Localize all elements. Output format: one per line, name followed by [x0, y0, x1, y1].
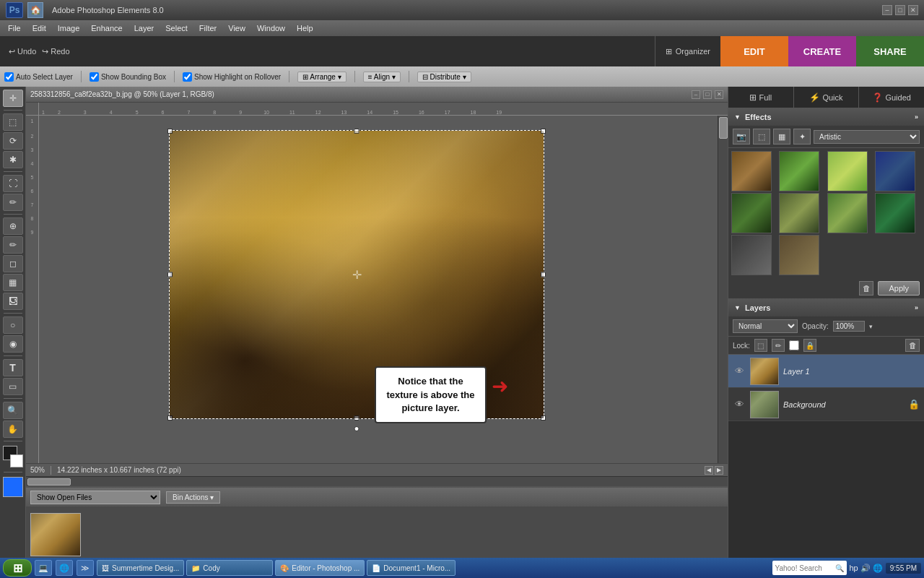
- auto-select-layer-checkbox[interactable]: Auto Select Layer: [4, 72, 73, 82]
- distribute-button[interactable]: ⊟ Distribute ▾: [417, 72, 471, 82]
- blend-mode-select[interactable]: Normal Multiply Screen: [733, 319, 798, 333]
- opacity-input[interactable]: [833, 321, 865, 332]
- share-tab[interactable]: SHARE: [856, 36, 924, 66]
- taskbar-icon-2[interactable]: 🌐: [56, 560, 73, 576]
- menu-file[interactable]: File: [3, 22, 26, 34]
- close-button[interactable]: ✕: [908, 5, 918, 15]
- effect-thumb-1[interactable]: [731, 151, 772, 191]
- menu-filter[interactable]: Filter: [194, 22, 222, 34]
- show-open-files-select[interactable]: Show Open Files: [30, 491, 160, 504]
- quick-tab[interactable]: ⚡ Quick: [794, 87, 860, 108]
- effects-delete-button[interactable]: 🗑: [859, 281, 873, 296]
- background-layer-item[interactable]: 👁 Background 🔒: [728, 388, 924, 421]
- effects-apply-button[interactable]: Apply: [878, 281, 920, 296]
- lock-transparency-btn[interactable]: ⬚: [754, 339, 767, 352]
- full-tab[interactable]: ⊞ Full: [728, 87, 794, 108]
- dodge-tool[interactable]: ○: [3, 316, 23, 334]
- opacity-arrow[interactable]: ▾: [869, 323, 873, 330]
- bin-item[interactable]: [30, 513, 81, 556]
- minimize-button[interactable]: –: [882, 5, 892, 15]
- search-input[interactable]: [775, 564, 833, 572]
- handle-bl[interactable]: [167, 415, 173, 420]
- effects-header[interactable]: ▼ Effects »: [728, 108, 924, 126]
- taskbar-app-photoshop[interactable]: 🎨 Editor - Photoshop ...: [275, 560, 365, 576]
- effect-thumb-10[interactable]: [779, 235, 819, 275]
- delete-layer-button[interactable]: 🗑: [905, 339, 920, 352]
- spot-heal-tool[interactable]: ⊕: [3, 217, 23, 235]
- hand-tool[interactable]: ✋: [3, 420, 23, 438]
- handle-tr[interactable]: [541, 129, 546, 134]
- menu-window[interactable]: Window: [252, 22, 290, 34]
- effect-thumb-9[interactable]: [731, 235, 772, 275]
- taskbar-icon-3[interactable]: ≫: [77, 560, 94, 576]
- background-visibility[interactable]: 👁: [733, 398, 746, 411]
- handle-tl[interactable]: [167, 129, 173, 134]
- edit-tab[interactable]: EDIT: [720, 36, 788, 66]
- effects-frame-icon[interactable]: ⬚: [753, 129, 770, 144]
- brush-tool[interactable]: ✏: [3, 236, 23, 254]
- start-button[interactable]: ⊞: [3, 559, 32, 577]
- effect-thumb-2[interactable]: [779, 151, 819, 191]
- handle-bc[interactable]: [354, 415, 359, 420]
- sponge-tool[interactable]: ◉: [3, 335, 23, 353]
- text-tool[interactable]: T: [3, 359, 23, 376]
- menu-select[interactable]: Select: [160, 22, 193, 34]
- effects-photo-icon[interactable]: 📷: [733, 129, 750, 144]
- align-button[interactable]: ≡ Align ▾: [363, 72, 401, 82]
- quick-select-tool[interactable]: ✱: [3, 151, 23, 168]
- menu-view[interactable]: View: [223, 22, 250, 34]
- effect-thumb-3[interactable]: [827, 151, 868, 191]
- lock-all-btn[interactable]: 🔒: [803, 339, 816, 352]
- horizontal-scrollbar[interactable]: [26, 476, 728, 486]
- layer-1-visibility[interactable]: 👁: [733, 365, 746, 378]
- handle-br[interactable]: [541, 415, 546, 420]
- lock-paint-btn[interactable]: ✏: [772, 339, 785, 352]
- taskbar-app-document[interactable]: 📄 Document1 - Micro...: [367, 560, 456, 576]
- organizer-button[interactable]: ⊞ Organizer: [655, 36, 720, 66]
- canvas-close[interactable]: ✕: [715, 90, 723, 99]
- marquee-tool[interactable]: ⬚: [3, 113, 23, 131]
- taskbar-app-cody[interactable]: 📁 Cody: [186, 560, 273, 576]
- menu-help[interactable]: Help: [292, 22, 318, 34]
- search-box[interactable]: 🔍: [772, 561, 847, 575]
- background-color[interactable]: [10, 454, 23, 467]
- handle-ml[interactable]: [167, 272, 173, 277]
- taskbar-icon-1[interactable]: 💻: [35, 560, 52, 576]
- layers-header[interactable]: ▼ Layers »: [728, 299, 924, 316]
- home-icon[interactable]: 🏠: [27, 2, 43, 18]
- menu-image[interactable]: Image: [53, 22, 85, 34]
- redo-button[interactable]: ↪ Redo: [42, 47, 69, 56]
- bin-actions-button[interactable]: Bin Actions ▾: [166, 491, 220, 504]
- menu-enhance[interactable]: Enhance: [86, 22, 127, 34]
- canvas-minimize[interactable]: –: [692, 90, 700, 99]
- layer-1-item[interactable]: 👁 Layer 1: [728, 355, 924, 388]
- paint-bucket-tool[interactable]: ⛾: [3, 293, 23, 310]
- scroll-right-btn[interactable]: ▶: [715, 466, 723, 475]
- effect-thumb-7[interactable]: [827, 193, 868, 233]
- effect-thumb-6[interactable]: [779, 193, 819, 233]
- effect-thumb-8[interactable]: [875, 193, 915, 233]
- eraser-tool[interactable]: ◻: [3, 255, 23, 272]
- guided-tab[interactable]: ❓ Guided: [859, 87, 924, 108]
- gradient-tool[interactable]: ▦: [3, 274, 23, 291]
- canvas-scroll-area[interactable]: ✛ Notice that the texture is above the p…: [39, 116, 718, 463]
- effects-style-icon[interactable]: ✦: [793, 129, 811, 144]
- effect-thumb-5[interactable]: [731, 193, 772, 233]
- menu-edit[interactable]: Edit: [27, 22, 51, 34]
- show-bounding-box-checkbox[interactable]: Show Bounding Box: [90, 72, 166, 82]
- rotate-handle[interactable]: [354, 426, 359, 431]
- lock-position-checkbox[interactable]: [789, 340, 799, 350]
- undo-button[interactable]: ↩ Undo: [9, 47, 36, 56]
- effect-thumb-4[interactable]: [875, 151, 915, 191]
- handle-mr[interactable]: [541, 272, 546, 277]
- highlight-rollover-checkbox[interactable]: Show Highlight on Rollover: [183, 72, 281, 82]
- effects-texture-icon[interactable]: ▦: [773, 129, 790, 144]
- move-tool[interactable]: ✛: [3, 90, 23, 107]
- vertical-scrollbar[interactable]: [718, 116, 728, 463]
- eyedropper-tool[interactable]: ✏: [3, 194, 23, 211]
- taskbar-app-summertime[interactable]: 🖼 Summertime Desig...: [97, 560, 184, 576]
- crop-tool[interactable]: ⛶: [3, 175, 23, 192]
- lasso-tool[interactable]: ⟳: [3, 132, 23, 150]
- zoom-tool[interactable]: 🔍: [3, 402, 23, 419]
- shape-tool[interactable]: ▭: [3, 378, 23, 395]
